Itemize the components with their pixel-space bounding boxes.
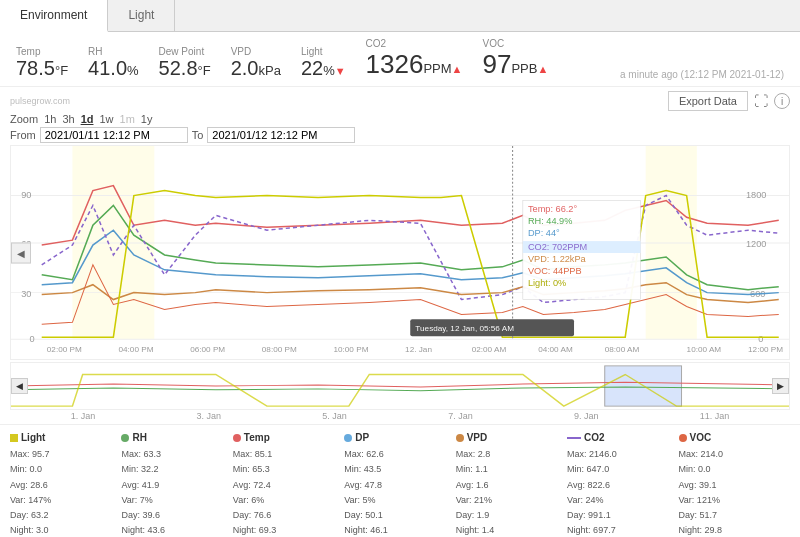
mini-label-2: 5. Jan (322, 411, 347, 421)
mini-nav-right[interactable]: ▶ (772, 378, 789, 394)
svg-text:0: 0 (29, 334, 34, 344)
svg-text:Light: 0%: Light: 0% (528, 278, 566, 288)
metric-rh: RH 41.0% (88, 46, 139, 80)
mini-label-1: 3. Jan (196, 411, 221, 421)
svg-text:08:00 PM: 08:00 PM (262, 345, 297, 354)
tab-light[interactable]: Light (108, 0, 175, 31)
metric-vpd: VPD 2.0kPa (231, 46, 281, 80)
stat-col-voc: VOCMax: 214.0Min: 0.0Avg: 39.1Var: 121%D… (679, 429, 790, 537)
svg-text:04:00 AM: 04:00 AM (538, 345, 573, 354)
export-data-button[interactable]: Export Data (668, 91, 748, 111)
stat-col-rh: RHMax: 63.3Min: 32.2Avg: 41.9Var: 7%Day:… (121, 429, 232, 537)
metric-voc: VOC 97PPB▲ (482, 38, 548, 80)
mini-nav-left[interactable]: ◀ (11, 378, 28, 394)
zoom-label: Zoom (10, 113, 38, 125)
svg-text:Tuesday, 12 Jan, 05:56 AM: Tuesday, 12 Jan, 05:56 AM (415, 324, 514, 333)
zoom-1m[interactable]: 1m (120, 113, 135, 125)
tab-environment[interactable]: Environment (0, 0, 108, 32)
to-label: To (192, 129, 204, 141)
zoom-3h[interactable]: 3h (62, 113, 74, 125)
chart-nav-left[interactable]: ◀ (11, 242, 31, 263)
svg-text:RH: 44.9%: RH: 44.9% (528, 216, 572, 226)
stat-col-vpd: VPDMax: 2.8Min: 1.1Avg: 1.6Var: 21%Day: … (456, 429, 567, 537)
svg-rect-1 (646, 146, 697, 339)
svg-text:30: 30 (21, 289, 31, 299)
svg-text:12:00 PM: 12:00 PM (748, 345, 783, 354)
svg-text:12. Jan: 12. Jan (405, 345, 432, 354)
mini-label-0: 1. Jan (71, 411, 96, 421)
svg-text:02:00 AM: 02:00 AM (472, 345, 507, 354)
svg-text:Temp: 66.2°: Temp: 66.2° (528, 205, 578, 215)
svg-text:DP: 44°: DP: 44° (528, 228, 560, 238)
stat-col-co2: CO2Max: 2146.0Min: 647.0Avg: 822.6Var: 2… (567, 429, 678, 537)
mini-chart[interactable]: ◀ ▶ (10, 362, 790, 410)
stat-col-temp: TempMax: 85.1Min: 65.3Avg: 72.4Var: 6%Da… (233, 429, 344, 537)
info-button[interactable]: i (774, 93, 790, 109)
svg-text:04:00 PM: 04:00 PM (118, 345, 153, 354)
svg-text:02:00 PM: 02:00 PM (47, 345, 82, 354)
svg-rect-0 (72, 146, 154, 339)
svg-text:VPD: 1.22kPa: VPD: 1.22kPa (528, 254, 587, 264)
metric-temp: Temp 78.5°F (16, 46, 68, 80)
svg-text:10:00 PM: 10:00 PM (333, 345, 368, 354)
svg-text:90: 90 (21, 190, 31, 200)
from-label: From (10, 129, 36, 141)
stat-col-dp: DPMax: 62.6Min: 43.5Avg: 47.8Var: 5%Day:… (344, 429, 455, 537)
zoom-1w[interactable]: 1w (99, 113, 113, 125)
metric-co2: CO2 1326PPM▲ (366, 38, 463, 80)
svg-text:CO2: 702PPM: CO2: 702PPM (528, 242, 587, 252)
svg-text:1800: 1800 (746, 190, 766, 200)
svg-text:VOC: 44PPB: VOC: 44PPB (528, 266, 582, 276)
mini-label-4: 9. Jan (574, 411, 599, 421)
svg-text:1200: 1200 (746, 239, 766, 249)
fullscreen-icon[interactable]: ⛶ (754, 93, 768, 109)
mini-label-5: 11. Jan (700, 411, 730, 421)
main-chart: 0 30 60 90 0 600 1200 1800 02:00 PM 04:0… (10, 145, 790, 360)
mini-label-3: 7. Jan (448, 411, 473, 421)
zoom-1h[interactable]: 1h (44, 113, 56, 125)
svg-text:0: 0 (758, 334, 763, 344)
chart-source: pulsegrow.com (10, 96, 70, 106)
zoom-1d[interactable]: 1d (81, 113, 94, 125)
stat-col-light: LightMax: 95.7Min: 0.0Avg: 28.6Var: 147%… (10, 429, 121, 537)
to-date-input[interactable] (207, 127, 355, 143)
from-date-input[interactable] (40, 127, 188, 143)
zoom-1y[interactable]: 1y (141, 113, 153, 125)
metric-light: Light 22%▼ (301, 46, 346, 80)
timestamp: a minute ago (12:12 PM 2021-01-12) (620, 69, 784, 80)
metric-dew-point: Dew Point 52.8°F (159, 46, 211, 80)
svg-text:10:00 AM: 10:00 AM (687, 345, 722, 354)
svg-text:06:00 PM: 06:00 PM (190, 345, 225, 354)
svg-text:08:00 AM: 08:00 AM (605, 345, 640, 354)
